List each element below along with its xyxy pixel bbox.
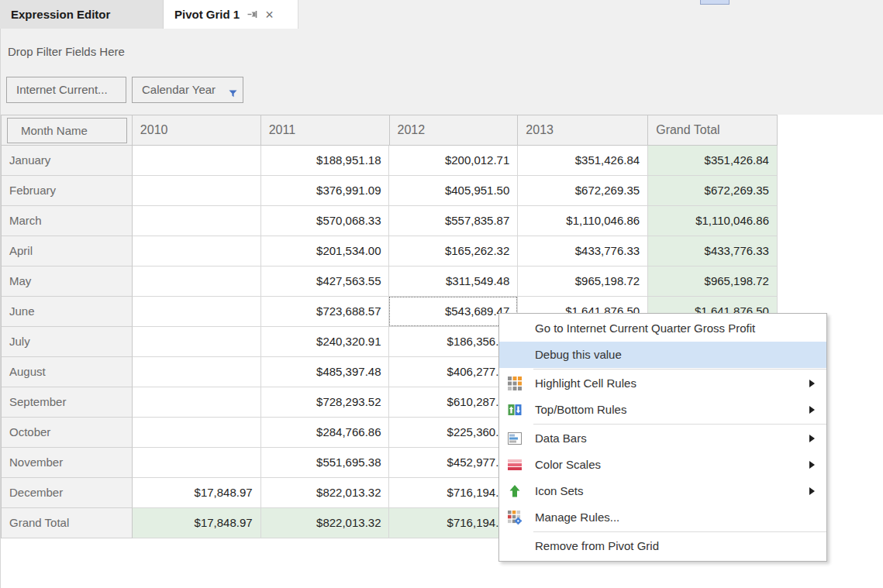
menu-item-label: Highlight Cell Rules [535,377,636,390]
context-menu: Go to Internet Current Quarter Gross Pro… [498,313,827,562]
pivot-cell[interactable]: $17,848.97 [133,508,261,538]
row-header[interactable]: December [2,478,133,508]
filter-funnel-icon[interactable] [229,81,237,106]
pivot-cell[interactable]: $351,426.84 [648,146,778,176]
pivot-cell[interactable]: $1,110,046.86 [518,206,648,236]
menu-item-color-scales[interactable]: Color Scales [499,452,826,478]
pivot-row-march: March$570,068.33$557,835.87$1,110,046.86… [2,206,778,236]
menu-item-label: Color Scales [535,458,601,471]
pivot-cell[interactable] [133,357,261,387]
pivot-cell[interactable]: $188,951.18 [261,146,390,176]
pivot-cell[interactable]: $284,766.86 [261,418,390,448]
pivot-cell[interactable]: $200,012.71 [389,146,518,176]
row-header[interactable]: May [2,266,133,297]
pivot-cell[interactable]: $570,068.33 [261,206,390,236]
highlight-cell-rules-icon [508,377,522,390]
pivot-cell[interactable]: $433,776.33 [648,236,778,266]
pivot-cell[interactable]: $165,262.32 [389,236,518,266]
menu-item-data-bars[interactable]: Data Bars [499,425,826,452]
pivot-cell[interactable]: $965,198.72 [648,266,778,297]
row-header[interactable]: September [2,387,133,418]
pivot-row-april: April$201,534.00$165,262.32$433,776.33$4… [2,236,778,266]
drop-filter-fields-hint: Drop Filter Fields Here [8,45,125,58]
menu-item-manage-rules[interactable]: Manage Rules... [499,504,826,531]
pivot-cell[interactable]: $405,951.50 [389,176,518,206]
pivot-cell[interactable]: $311,549.48 [389,266,518,297]
pivot-cell[interactable]: $427,563.55 [261,266,390,297]
row-header[interactable]: February [2,176,133,206]
row-header[interactable]: July [2,327,133,357]
menu-item-highlight-cell-rules[interactable]: Highlight Cell Rules [499,370,826,397]
pivot-cell[interactable] [133,297,261,327]
tab-label: Pivot Grid 1 [174,8,240,21]
row-header[interactable]: June [2,297,133,327]
top-bottom-rules-icon [508,403,522,417]
pivot-row-may: May$427,563.55$311,549.48$965,198.72$965… [2,266,778,297]
row-header[interactable]: April [2,236,133,266]
pivot-cell[interactable]: $240,320.91 [261,327,390,357]
menu-item-top-bottom-rules[interactable]: Top/Bottom Rules [499,397,826,423]
row-header[interactable]: January [2,146,133,176]
menu-separator [533,531,826,532]
tab-expression-editor[interactable]: Expression Editor [0,0,164,29]
pivot-cell[interactable]: $201,534.00 [261,236,390,266]
submenu-arrow-icon [809,380,815,387]
pivot-cell[interactable]: $485,397.48 [261,357,390,387]
row-header[interactable]: August [2,357,133,387]
close-icon[interactable]: × [265,8,274,22]
pivot-cell[interactable]: $17,848.97 [133,478,261,508]
menu-item-debug-this-value[interactable]: Debug this value [499,342,826,368]
row-header[interactable]: November [2,448,133,478]
pivot-cell[interactable]: $728,293.52 [261,387,390,418]
pivot-cell[interactable] [133,448,261,478]
pivot-cell[interactable]: $723,688.57 [261,297,390,327]
filter-field-internet-current[interactable]: Internet Current... [6,77,126,103]
pivot-cell[interactable] [133,176,261,206]
menu-separator [533,424,826,425]
pivot-cell[interactable] [133,418,261,448]
column-header-2013[interactable]: 2013 [518,115,648,146]
row-header[interactable]: March [2,206,133,236]
pivot-cell[interactable]: $822,013.32 [261,478,390,508]
pivot-cell[interactable] [133,146,261,176]
row-header[interactable]: October [2,418,133,448]
pivot-cell[interactable]: $1,110,046.86 [648,206,778,236]
pivot-cell[interactable] [133,236,261,266]
column-header-2011[interactable]: 2011 [261,115,390,146]
pivot-cell[interactable]: $376,991.09 [261,176,390,206]
color-scales-icon [508,458,522,472]
pivot-cell[interactable] [133,206,261,236]
pivot-cell[interactable]: $672,269.35 [648,176,778,206]
menu-item-icon-sets[interactable]: Icon Sets [499,478,826,504]
pivot-cell[interactable] [133,266,261,297]
pivot-cell[interactable]: $822,013.32 [261,508,390,538]
row-field-month-name[interactable]: Month Name [7,118,127,143]
menu-item-label: Go to Internet Current Quarter Gross Pro… [535,322,755,335]
menu-item-label: Data Bars [535,432,587,445]
submenu-arrow-icon [809,461,815,469]
pivot-filter-area: Drop Filter Fields Here Internet Current… [1,29,883,115]
submenu-arrow-icon [809,487,815,495]
menu-item-remove-from-pivot-grid[interactable]: Remove from Pivot Grid [499,533,826,559]
pivot-cell[interactable]: $351,426.84 [518,146,648,176]
pivot-cell[interactable] [133,387,261,418]
column-header-2012[interactable]: 2012 [390,115,519,146]
pivot-cell[interactable] [133,327,261,357]
pivot-cell[interactable]: $557,835.87 [389,206,518,236]
row-header[interactable]: Grand Total [2,508,133,538]
pivot-row-january: January$188,951.18$200,012.71$351,426.84… [2,146,778,176]
menu-item-go-to-internet-current-quarter-gross-profit[interactable]: Go to Internet Current Quarter Gross Pro… [499,315,826,342]
pin-icon[interactable] [247,9,259,20]
filter-field-calendar-year[interactable]: Calendar Year [132,77,243,103]
column-header-2010[interactable]: 2010 [133,115,261,146]
pivot-cell[interactable]: $965,198.72 [518,266,648,297]
filter-field-label: Internet Current... [16,83,108,96]
toolbar-button-fragment[interactable] [700,0,730,5]
tab-pivot-grid-1[interactable]: Pivot Grid 1 × [164,0,298,29]
submenu-arrow-icon [809,406,815,414]
column-header-grand-total[interactable]: Grand Total [648,115,778,146]
pivot-cell[interactable]: $672,269.35 [518,176,648,206]
pivot-cell[interactable]: $551,695.38 [261,448,390,478]
menu-item-label: Manage Rules... [535,511,619,524]
pivot-cell[interactable]: $433,776.33 [518,236,648,266]
